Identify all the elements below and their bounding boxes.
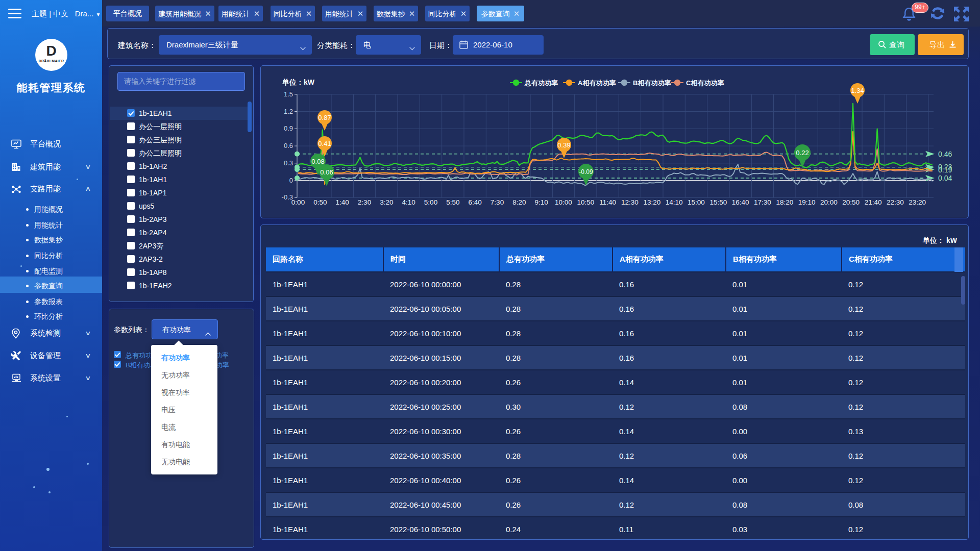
svg-text:5:00: 5:00: [424, 198, 437, 206]
svg-text:0.3: 0.3: [284, 159, 293, 167]
svg-text:16:40: 16:40: [732, 198, 749, 206]
svg-text:5:50: 5:50: [446, 198, 459, 206]
svg-text:17:30: 17:30: [754, 198, 771, 206]
svg-text:0.22: 0.22: [796, 149, 808, 157]
svg-text:7:30: 7:30: [491, 198, 504, 206]
svg-text:8:20: 8:20: [512, 198, 526, 206]
svg-text:12:30: 12:30: [621, 198, 639, 206]
svg-text:0.19: 0.19: [938, 166, 952, 174]
svg-text:1.2: 1.2: [284, 108, 293, 115]
svg-text:20:00: 20:00: [820, 198, 838, 206]
svg-text:9:10: 9:10: [534, 198, 548, 206]
svg-text:-0.09: -0.09: [579, 168, 593, 176]
svg-text:0.39: 0.39: [557, 141, 570, 149]
svg-text:11:40: 11:40: [599, 198, 616, 206]
svg-text:1:40: 1:40: [336, 198, 349, 206]
svg-text:15:00: 15:00: [688, 198, 705, 206]
svg-text:0.46: 0.46: [938, 150, 952, 158]
svg-text:10:00: 10:00: [555, 198, 572, 206]
svg-text:0.9: 0.9: [284, 124, 293, 132]
svg-text:4:10: 4:10: [402, 198, 415, 206]
svg-text:0.04: 0.04: [938, 174, 952, 182]
svg-text:单位：kW: 单位：kW: [282, 78, 315, 86]
svg-text:总有功功率: 总有功功率: [524, 79, 558, 87]
svg-text:0.06: 0.06: [320, 168, 333, 176]
svg-text:B相有功功率: B相有功功率: [633, 79, 671, 87]
svg-text:23:20: 23:20: [909, 198, 926, 206]
svg-text:0.08: 0.08: [311, 158, 324, 165]
svg-text:21:40: 21:40: [865, 198, 882, 206]
svg-text:6:40: 6:40: [468, 198, 481, 206]
svg-text:13:20: 13:20: [643, 198, 660, 206]
svg-text:1.34: 1.34: [851, 87, 864, 94]
svg-text:0:00: 0:00: [291, 198, 305, 206]
svg-text:15:50: 15:50: [709, 198, 727, 206]
svg-text:1.5: 1.5: [284, 90, 293, 98]
svg-text:0.87: 0.87: [318, 114, 331, 121]
svg-text:18:20: 18:20: [776, 198, 793, 206]
svg-text:C相有功功率: C相有功功率: [686, 79, 724, 87]
svg-text:3:20: 3:20: [380, 198, 393, 206]
svg-text:20:50: 20:50: [842, 198, 860, 206]
svg-text:0.41: 0.41: [318, 140, 331, 147]
svg-text:19:10: 19:10: [798, 198, 816, 206]
svg-text:14:10: 14:10: [666, 198, 683, 206]
svg-text:10:50: 10:50: [577, 198, 594, 206]
svg-text:22:30: 22:30: [887, 198, 904, 206]
svg-text:0:50: 0:50: [313, 198, 327, 206]
svg-text:A相有功功率: A相有功功率: [578, 79, 616, 87]
svg-text:0: 0: [289, 177, 293, 184]
svg-text:2:30: 2:30: [358, 198, 371, 206]
svg-text:0.6: 0.6: [284, 142, 293, 149]
